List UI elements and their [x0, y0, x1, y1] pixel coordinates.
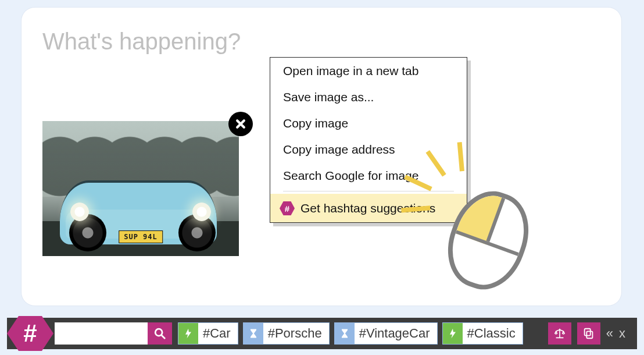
tag-label: #VintageCar	[359, 326, 430, 341]
tag-classic[interactable]: #Classic	[442, 322, 523, 345]
ctx-get-hashtags-label: Get hashtag suggestions	[300, 201, 435, 215]
hourglass-icon	[335, 323, 355, 344]
tag-label: #Porsche	[268, 326, 322, 341]
hash-icon: #	[280, 201, 295, 215]
compare-button[interactable]	[548, 322, 571, 345]
ctx-search-google[interactable]: Search Google for image	[270, 162, 467, 189]
copy-button[interactable]	[577, 322, 600, 345]
tag-label: #Car	[203, 326, 231, 341]
license-plate: SUP 94L	[119, 230, 163, 243]
search-input[interactable]	[55, 322, 148, 345]
close-toolbar-button[interactable]: x	[616, 326, 629, 341]
svg-rect-3	[584, 329, 590, 336]
ctx-copy-image[interactable]: Copy image	[270, 110, 467, 136]
svg-rect-2	[586, 331, 592, 338]
scales-icon	[553, 327, 566, 340]
tag-row: #Car #Porsche #VintageCar #Classic	[178, 322, 523, 345]
context-menu: Open image in a new tab Save image as...…	[270, 57, 467, 223]
attached-image[interactable]: SUP 94L	[42, 121, 239, 256]
collapse-button[interactable]: «	[606, 326, 610, 341]
ctx-get-hashtags[interactable]: # Get hashtag suggestions	[270, 194, 467, 222]
brand-hash-icon[interactable]: #	[7, 316, 53, 351]
search-icon	[153, 327, 166, 340]
bolt-icon	[178, 323, 198, 344]
compose-placeholder[interactable]: What's happening?	[42, 29, 600, 55]
ctx-open-new-tab[interactable]: Open image in a new tab	[270, 58, 467, 84]
bolt-icon	[443, 323, 463, 344]
compose-card: What's happening? SUP 94L Open image in …	[21, 7, 622, 306]
ctx-copy-image-address[interactable]: Copy image address	[270, 136, 467, 162]
ctx-save-image-as[interactable]: Save image as...	[270, 84, 467, 110]
tag-label: #Classic	[467, 326, 516, 341]
hourglass-icon	[244, 323, 263, 344]
svg-line-1	[162, 335, 165, 339]
tag-vintagecar[interactable]: #VintageCar	[334, 322, 438, 345]
hashtag-toolbar: # #Car #Porsche #VintageCar	[7, 318, 637, 349]
tag-porsche[interactable]: #Porsche	[243, 322, 330, 345]
tag-car[interactable]: #Car	[178, 322, 238, 345]
ctx-divider	[283, 191, 454, 191]
copy-icon	[582, 327, 595, 340]
search-wrap	[55, 322, 172, 345]
remove-image-button[interactable]	[228, 112, 253, 136]
toolbar-right: « x	[548, 322, 629, 345]
attached-image-wrap: SUP 94L	[42, 121, 239, 256]
search-button[interactable]	[148, 322, 172, 345]
close-icon	[235, 118, 246, 130]
